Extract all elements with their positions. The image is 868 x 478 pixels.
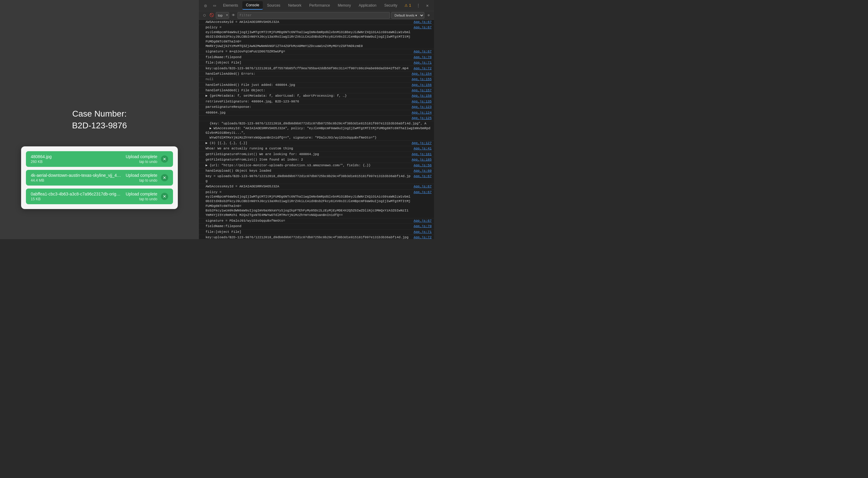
warning-badge[interactable]: ⚠ 1 (402, 3, 413, 7)
upload-close-button[interactable]: ✕ (161, 174, 168, 181)
console-line: 480864.jpgApp.js:124 (199, 110, 434, 116)
filter-input[interactable] (238, 12, 390, 19)
console-source[interactable]: App.js:71 (414, 61, 432, 65)
tab-console[interactable]: Console (242, 1, 263, 10)
tab-network[interactable]: Network (284, 1, 305, 10)
console-line: ▶ {url: "https://police-monitor-uploads-… (199, 163, 434, 168)
console-source[interactable]: App.js:125 (412, 116, 432, 121)
console-source[interactable]: App.js:67 (414, 25, 432, 30)
console-line: AWSAccessKeyId = AKIAIAOESRRVSHO5J32AApp… (199, 20, 434, 25)
console-source[interactable]: App.js:41 (414, 147, 432, 151)
console-source[interactable]: App.js:72 (414, 66, 432, 71)
console-line: App.js:125 (199, 116, 434, 121)
console-source[interactable]: App.js:156 (412, 83, 432, 87)
console-line: Whoa! We are actually running a custom t… (199, 146, 434, 152)
console-source[interactable]: App.js:155 (412, 77, 432, 82)
device-icon[interactable]: ▭ (210, 1, 219, 10)
console-line: getFileSignatureFromList() We are lookin… (199, 152, 434, 157)
console-text: fieldName:filepond (206, 224, 411, 229)
upload-close-button[interactable]: ✕ (161, 155, 168, 163)
console-source[interactable]: App.js:72 (414, 235, 432, 239)
gear-icon[interactable]: ⚙ (426, 12, 432, 19)
console-source[interactable]: App.js:67 (414, 50, 432, 54)
console-source[interactable]: App.js:71 (414, 230, 432, 234)
levels-select[interactable]: Default levels ▾ (391, 12, 424, 19)
console-source[interactable]: App.js:67 (414, 219, 432, 223)
console-line: fieldName:filepondApp.js:70 (199, 224, 434, 229)
console-text: handleFileAdded() File just added: 48086… (206, 83, 409, 87)
console-line: signature = PDaloJ93/wyiD3sOqquBxfNeOto=… (199, 218, 434, 224)
upload-filename: 480864.jpg (31, 154, 121, 159)
console-source[interactable]: App.js:181 (412, 152, 432, 157)
console-source[interactable]: App.js:67 (414, 174, 432, 179)
case-number: Case Number:B2D-123-9876 (72, 108, 127, 131)
console-line: {key: "uploads/B2D-123-9876/12212018_d9d… (199, 121, 434, 141)
upload-size: 260 KB (31, 160, 126, 164)
console-text: key:uploads/B2D-123-9876/12212018_df7557… (206, 66, 411, 71)
inspect-icon[interactable]: ◎ (201, 1, 210, 10)
console-text: handleFileAdded() Errors: (206, 72, 409, 76)
tab-sources[interactable]: Sources (264, 1, 284, 10)
console-source[interactable]: App.js:56 (414, 163, 432, 168)
tab-memory[interactable]: Memory (334, 1, 354, 10)
console-text: getFileSignatureFromList() Item found at… (206, 158, 409, 162)
console-text: handleUpload() Object keys loaded (206, 169, 411, 173)
console-source[interactable]: App.js:67 (414, 20, 432, 24)
upload-status: Upload complete (126, 192, 157, 196)
console-source[interactable]: App.js:135 (412, 99, 432, 104)
tab-security[interactable]: Security (381, 1, 401, 10)
console-line: file:[object File]App.js:71 (199, 60, 434, 66)
no-entry-icon[interactable]: 🚫 (209, 12, 215, 19)
console-source[interactable]: App.js:67 (414, 184, 432, 189)
console-source[interactable]: App.js:154 (412, 72, 432, 76)
console-line: nullApp.js:155 (199, 77, 434, 82)
upload-status: Upload complete (126, 173, 157, 178)
console-line: key = uploads/B2D-123-9876/12212018_d9db… (199, 174, 434, 184)
console-source[interactable]: App.js:67 (414, 190, 432, 195)
tab-application[interactable]: Application (355, 1, 380, 10)
upload-undo: tap to undo (139, 178, 157, 183)
console-line: key:uploads/B2D-123-9876/12212018_d9db0d… (199, 235, 434, 239)
eye-icon[interactable]: 👁 (230, 12, 236, 19)
upload-item: 0abffea1-cbc3-4b63-a3c8-c7a96c2317db-ori… (26, 189, 173, 204)
console-source[interactable]: App.js:60 (414, 169, 432, 173)
console-text: AWSAccessKeyId = AKIAIAOESRRVSHO5J32A (206, 20, 411, 24)
devtools-header: ◎ ▭ ElementsConsoleSourcesNetworkPerform… (199, 0, 434, 20)
close-icon[interactable]: ✕ (423, 1, 432, 10)
console-line: parseSignatureResponse:App.js:123 (199, 104, 434, 110)
upload-undo: tap to undo (139, 160, 157, 164)
console-text: ▶ {getMetadata: f, setMetadata: f, abort… (206, 94, 409, 98)
console-text: file:[object File] (206, 230, 411, 234)
console-text: file:[object File] (206, 61, 411, 65)
console-text: ▶ {url: "https://police-monitor-uploads-… (206, 163, 411, 168)
upload-size: 44.4 MB (31, 178, 126, 183)
console-line: signature = m+q3JovFqtmPuU1D0G7DZR5wUPg=… (199, 49, 434, 55)
upload-filename: 0abffea1-cbc3-4b63-a3c8-c7a96c2317db-ori… (31, 192, 121, 196)
console-line: key:uploads/B2D-123-9876/12212018_df7557… (199, 66, 434, 71)
console-line: ▶ {getMetadata: f, setMetadata: f, abort… (199, 93, 434, 99)
clear-icon[interactable]: ◯ (201, 12, 207, 19)
more-icon[interactable]: ⋮ (414, 1, 423, 10)
console-source[interactable]: App.js:123 (412, 105, 432, 109)
context-select[interactable]: top (216, 12, 229, 19)
console-source[interactable]: App.js:158 (412, 94, 432, 98)
console-source[interactable]: App.js:70 (414, 224, 432, 229)
console-text: policy = eyJleHBpcmF0aW9uIjogIjIwMTgtMTI… (206, 190, 411, 218)
console-output[interactable]: AWSAccessKeyId = AKIAIAOESRRVSHO5J32AApp… (199, 20, 434, 239)
console-line: retrieveFileSignature: 480864.jpg, B2D-1… (199, 99, 434, 104)
console-source[interactable]: App.js:127 (412, 141, 432, 146)
console-source[interactable]: App.js:157 (412, 88, 432, 93)
console-source[interactable]: App.js:124 (412, 110, 432, 115)
console-text: fieldName:filepond (206, 55, 411, 60)
tab-performance[interactable]: Performance (306, 1, 334, 10)
upload-undo: tap to undo (139, 197, 157, 201)
console-source[interactable]: App.js:70 (414, 55, 432, 60)
console-source[interactable]: App.js:185 (412, 158, 432, 162)
upload-status-area: Upload complete tap to undo (126, 192, 157, 201)
tab-elements[interactable]: Elements (219, 1, 242, 10)
upload-close-button[interactable]: ✕ (161, 193, 168, 200)
console-text: Whoa! We are actually running a custom t… (206, 147, 411, 151)
console-text: 480864.jpg (206, 110, 409, 115)
console-text: key:uploads/B2D-123-9876/12212018_d9db0d… (206, 235, 411, 239)
console-line: policy = eyJleHBpcmF0aW9uIjogIjIwMTgtMTI… (199, 190, 434, 218)
